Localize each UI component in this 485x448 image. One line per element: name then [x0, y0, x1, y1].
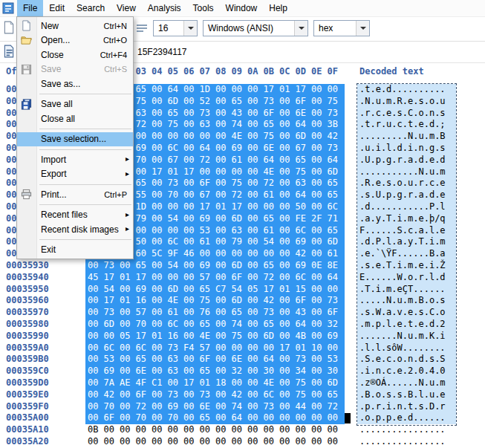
hex-byte[interactable]: 00: [311, 178, 328, 189]
hex-byte[interactable]: 65: [136, 260, 152, 272]
hex-byte[interactable]: 64: [264, 155, 280, 166]
file-menu-item-save[interactable]: SaveCtrl+S: [17, 62, 133, 77]
hex-byte[interactable]: 79: [232, 236, 248, 248]
hex-byte[interactable]: 42: [264, 295, 280, 307]
hex-byte[interactable]: 64: [296, 319, 312, 331]
hex-byte[interactable]: 00: [296, 436, 312, 448]
hex-byte[interactable]: 00: [88, 343, 104, 354]
hex-byte[interactable]: 54: [264, 236, 280, 248]
hex-byte[interactable]: 00: [152, 108, 168, 120]
hex-byte[interactable]: 00: [279, 108, 296, 120]
hex-byte[interactable]: 00: [88, 389, 104, 401]
hex-byte[interactable]: 32: [328, 319, 344, 331]
hex-byte[interactable]: 00: [247, 366, 264, 377]
decoded-text-row[interactable]: .l.l.sôW........: [357, 343, 456, 354]
hex-byte[interactable]: 00: [104, 424, 120, 436]
hex-byte[interactable]: 00: [136, 225, 152, 237]
hex-byte[interactable]: 6E: [200, 401, 216, 413]
hex-byte[interactable]: 00: [247, 377, 264, 389]
hex-byte[interactable]: 6D: [232, 295, 248, 307]
hex-byte[interactable]: 18: [215, 377, 232, 389]
hex-byte[interactable]: 00: [279, 389, 296, 401]
hex-byte[interactable]: 01: [215, 201, 232, 213]
hex-byte[interactable]: 00: [247, 424, 264, 436]
hex-byte[interactable]: 00: [279, 319, 296, 331]
hex-byte[interactable]: 72: [328, 401, 344, 413]
hex-byte[interactable]: 70: [136, 412, 152, 424]
hex-byte[interactable]: 00: [311, 248, 328, 260]
hex-byte[interactable]: 00: [152, 307, 168, 319]
hex-byte[interactable]: 65: [200, 366, 216, 377]
hex-byte[interactable]: 00: [152, 143, 168, 155]
hex-byte[interactable]: 00: [183, 272, 200, 284]
hex-byte[interactable]: 00: [183, 201, 200, 213]
hex-byte[interactable]: 57: [136, 307, 152, 319]
hex-byte[interactable]: 63: [168, 366, 184, 377]
hex-byte[interactable]: 00: [311, 225, 328, 237]
hex-byte[interactable]: 75: [232, 178, 248, 189]
hex-byte[interactable]: 00: [215, 155, 232, 166]
decoded-text-row[interactable]: ................: [357, 424, 456, 436]
hex-byte[interactable]: 73: [200, 389, 216, 401]
hex-byte[interactable]: 00: [215, 424, 232, 436]
hex-byte[interactable]: C1: [152, 377, 168, 389]
hex-byte[interactable]: 6F: [104, 412, 120, 424]
hex-byte[interactable]: 00: [311, 412, 328, 424]
hex-byte[interactable]: 72: [200, 155, 216, 166]
hex-byte[interactable]: 00: [279, 155, 296, 166]
hex-byte[interactable]: 00: [264, 343, 280, 354]
file-menu-item-save-as[interactable]: Save as...: [17, 77, 133, 91]
hex-byte[interactable]: 64: [264, 354, 280, 366]
file-menu-item-export[interactable]: Export▸: [17, 167, 133, 182]
hex-byte[interactable]: 6E: [264, 143, 280, 155]
hex-byte[interactable]: 00: [104, 436, 120, 448]
hex-byte[interactable]: 6D: [232, 260, 248, 272]
hex-byte[interactable]: 79: [136, 213, 152, 225]
hex-byte[interactable]: 00: [215, 96, 232, 108]
hex-byte[interactable]: 00: [152, 225, 168, 237]
decoded-text-row[interactable]: .m.p.l.e.t.e.d.2: [357, 319, 456, 331]
hex-byte[interactable]: 00: [264, 424, 280, 436]
hex-byte[interactable]: 17: [296, 84, 312, 96]
hex-byte[interactable]: 61: [264, 189, 280, 201]
hex-byte[interactable]: 4B: [296, 331, 312, 343]
hex-byte[interactable]: 01: [152, 331, 168, 343]
decoded-text-row[interactable]: .N.u.m.R.e.s.o.u: [357, 96, 456, 108]
hex-byte[interactable]: 00: [200, 436, 216, 448]
decoded-text-row[interactable]: .e.`\ŸF......B.a: [357, 248, 456, 260]
hex-byte[interactable]: 00: [328, 284, 344, 296]
hex-byte[interactable]: 00: [152, 131, 168, 143]
hex-byte[interactable]: 00: [152, 412, 168, 424]
hex-byte[interactable]: 00: [328, 84, 344, 96]
hex-byte[interactable]: 00: [183, 412, 200, 424]
hex-byte[interactable]: 6D: [104, 319, 120, 331]
hex-byte[interactable]: 73: [104, 260, 120, 272]
hex-byte[interactable]: 42: [104, 389, 120, 401]
hex-byte[interactable]: C7: [215, 284, 232, 296]
hex-byte[interactable]: 70: [136, 155, 152, 166]
hex-byte[interactable]: 73: [264, 401, 280, 413]
hex-byte[interactable]: 00: [215, 307, 232, 319]
hex-byte[interactable]: 65: [136, 354, 152, 366]
hex-byte[interactable]: 46: [183, 248, 200, 260]
hex-byte[interactable]: 63: [232, 225, 248, 237]
hex-byte[interactable]: 00: [311, 272, 328, 284]
hex-byte[interactable]: 00: [183, 225, 200, 237]
hex-byte[interactable]: 65: [328, 178, 344, 189]
hex-byte[interactable]: 00: [183, 96, 200, 108]
hex-byte[interactable]: 00: [247, 389, 264, 401]
hex-byte[interactable]: 00: [328, 424, 344, 436]
hex-byte[interactable]: 00: [279, 272, 296, 284]
hex-byte[interactable]: 6F: [264, 108, 280, 120]
menu-analysis[interactable]: Analysis: [142, 0, 187, 16]
hex-byte[interactable]: 00: [247, 272, 264, 284]
file-menu-item-exit[interactable]: Exit: [17, 243, 133, 258]
hex-byte[interactable]: 00: [183, 436, 200, 448]
hex-byte[interactable]: 65: [264, 260, 280, 272]
hex-byte[interactable]: 00: [247, 236, 264, 248]
decoded-text-row[interactable]: F......S.c.a.l.e: [357, 225, 456, 237]
hex-byte[interactable]: 6C: [168, 143, 184, 155]
hex-byte[interactable]: 73: [328, 295, 344, 307]
file-menu-item-save-all[interactable]: Save all: [17, 97, 133, 112]
hex-byte[interactable]: 5C: [152, 248, 168, 260]
